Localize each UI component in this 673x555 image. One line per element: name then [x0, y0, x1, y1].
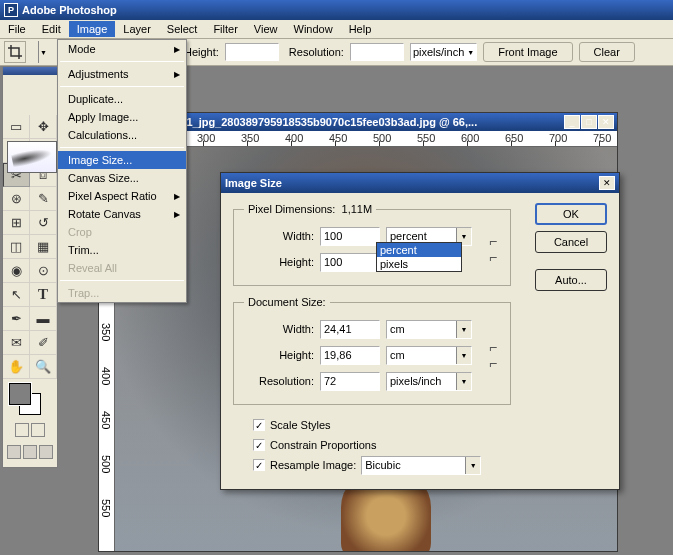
resample-method-combo[interactable]: Bicubic▼ — [361, 456, 481, 475]
tool-preset-dropdown[interactable]: ▼ — [38, 41, 48, 63]
doc-width-unit-combo[interactable]: cm▼ — [386, 320, 472, 339]
screen-mode-full[interactable] — [39, 445, 53, 459]
doc-height-field[interactable] — [320, 346, 380, 365]
menu-layer[interactable]: Layer — [115, 21, 159, 37]
front-image-button[interactable]: Front Image — [483, 42, 572, 62]
constrain-proportions-label: Constrain Proportions — [270, 439, 376, 451]
menu-file[interactable]: File — [0, 21, 34, 37]
screen-mode-full-menubar[interactable] — [23, 445, 37, 459]
move-tool[interactable]: ✥ — [30, 115, 57, 139]
minimize-button[interactable]: _ — [564, 115, 580, 129]
pixel-height-field[interactable] — [320, 253, 380, 272]
menu-apply-image[interactable]: Apply Image... — [58, 108, 186, 126]
image-menu-dropdown: Mode▶ Adjustments▶ Duplicate... Apply Im… — [57, 39, 187, 303]
close-button[interactable]: ✕ — [598, 115, 614, 129]
chevron-down-icon: ▼ — [467, 49, 474, 56]
dialog-titlebar[interactable]: Image Size ✕ — [221, 173, 619, 193]
constrain-proportions-checkbox[interactable]: ✓ — [253, 439, 265, 451]
menu-duplicate[interactable]: Duplicate... — [58, 90, 186, 108]
app-title: Adobe Photoshop — [22, 4, 117, 16]
menu-filter[interactable]: Filter — [205, 21, 245, 37]
optbar-resolution-label: Resolution: — [289, 46, 344, 58]
eraser-tool[interactable]: ◫ — [3, 235, 30, 259]
menu-rotate-canvas[interactable]: Rotate Canvas▶ — [58, 205, 186, 223]
menu-adjustments[interactable]: Adjustments▶ — [58, 65, 186, 83]
blur-tool[interactable]: ◉ — [3, 259, 30, 283]
doc-width-label: Width: — [244, 323, 314, 335]
resolution-field[interactable] — [320, 372, 380, 391]
hand-tool[interactable]: ✋ — [3, 355, 30, 379]
unit-option-percent[interactable]: percent — [377, 243, 461, 257]
submenu-arrow-icon: ▶ — [174, 70, 180, 79]
color-swatches[interactable] — [3, 379, 57, 419]
pixel-unit-dropdown-list: percent pixels — [376, 242, 462, 272]
chevron-down-icon: ▼ — [465, 457, 480, 474]
submenu-arrow-icon: ▶ — [174, 192, 180, 201]
eyedropper-tool[interactable]: ✐ — [30, 331, 57, 355]
chevron-down-icon: ▼ — [456, 321, 471, 338]
type-tool[interactable]: T — [30, 283, 57, 307]
optbar-height-field[interactable] — [225, 43, 279, 61]
gradient-tool[interactable]: ▦ — [30, 235, 57, 259]
clone-stamp-tool[interactable]: ⊞ — [3, 211, 30, 235]
submenu-arrow-icon: ▶ — [174, 45, 180, 54]
menu-image-size[interactable]: Image Size... — [58, 151, 186, 169]
brush-tool[interactable]: ✎ — [30, 187, 57, 211]
marquee-tool[interactable]: ▭ — [3, 115, 30, 139]
crop-tool-icon[interactable] — [4, 41, 26, 63]
pixel-dimensions-group: Pixel Dimensions: 1,11M Width: percent ▼… — [233, 203, 511, 286]
standard-mode-icon[interactable] — [15, 423, 29, 437]
menu-mode[interactable]: Mode▶ — [58, 40, 186, 58]
pixel-height-label: Height: — [244, 256, 314, 268]
dialog-close-button[interactable]: ✕ — [599, 176, 615, 190]
unit-option-pixels[interactable]: pixels — [377, 257, 461, 271]
foreground-color[interactable] — [9, 383, 31, 405]
menu-select[interactable]: Select — [159, 21, 206, 37]
menu-window[interactable]: Window — [286, 21, 341, 37]
menu-trim[interactable]: Trim... — [58, 241, 186, 259]
quick-mask-mode-icon[interactable] — [31, 423, 45, 437]
toolbox-titlebar[interactable] — [3, 67, 57, 75]
resample-image-checkbox[interactable]: ✓ — [253, 459, 265, 471]
resolution-unit-combo[interactable]: pixels/inch▼ — [386, 372, 472, 391]
healing-brush-tool[interactable]: ⊛ — [3, 187, 30, 211]
submenu-arrow-icon: ▶ — [174, 210, 180, 219]
toolbox: ▭ ✥ ⟆ ✧ ✂ ⧈ ⊛ ✎ ⊞ ↺ ◫ ▦ ◉ ⊙ ↖ T ✒ ▬ ✉ ✐ … — [2, 66, 58, 468]
photoshop-icon: P — [4, 3, 18, 17]
scale-styles-checkbox[interactable]: ✓ — [253, 419, 265, 431]
doc-width-field[interactable] — [320, 320, 380, 339]
pen-tool[interactable]: ✒ — [3, 307, 30, 331]
doc-height-unit-combo[interactable]: cm▼ — [386, 346, 472, 365]
menu-trap: Trap... — [58, 284, 186, 302]
maximize-button[interactable]: □ — [581, 115, 597, 129]
constrain-link-icon: ⌐⌐ — [486, 316, 500, 394]
dodge-tool[interactable]: ⊙ — [30, 259, 57, 283]
menu-pixel-aspect-ratio[interactable]: Pixel Aspect Ratio▶ — [58, 187, 186, 205]
optbar-height-label: Height: — [184, 46, 219, 58]
screen-mode-standard[interactable] — [7, 445, 21, 459]
shape-tool[interactable]: ▬ — [30, 307, 57, 331]
optbar-resolution-unit[interactable]: pixels/inch▼ — [410, 43, 477, 61]
auto-button[interactable]: Auto... — [535, 269, 607, 291]
cancel-button[interactable]: Cancel — [535, 231, 607, 253]
menu-canvas-size[interactable]: Canvas Size... — [58, 169, 186, 187]
optbar-resolution-field[interactable] — [350, 43, 404, 61]
history-brush-tool[interactable]: ↺ — [30, 211, 57, 235]
horizontal-ruler: 200250300350400450500550600650700750 — [115, 131, 617, 147]
menubar: File Edit Image Layer Select Filter View… — [0, 20, 673, 39]
clear-button[interactable]: Clear — [579, 42, 635, 62]
pixel-width-field[interactable] — [320, 227, 380, 246]
image-size-dialog: Image Size ✕ OK Cancel Auto... Pixel Dim… — [220, 172, 620, 490]
menu-help[interactable]: Help — [341, 21, 380, 37]
zoom-tool[interactable]: 🔍 — [30, 355, 57, 379]
resample-image-label: Resample Image: — [270, 459, 356, 471]
menu-view[interactable]: View — [246, 21, 286, 37]
menu-image[interactable]: Image — [69, 21, 116, 37]
pixel-width-label: Width: — [244, 230, 314, 242]
ok-button[interactable]: OK — [535, 203, 607, 225]
menu-calculations[interactable]: Calculations... — [58, 126, 186, 144]
document-size-group: Document Size: Width: cm▼ Height: cm▼ Re… — [233, 296, 511, 405]
notes-tool[interactable]: ✉ — [3, 331, 30, 355]
menu-edit[interactable]: Edit — [34, 21, 69, 37]
path-selection-tool[interactable]: ↖ — [3, 283, 30, 307]
